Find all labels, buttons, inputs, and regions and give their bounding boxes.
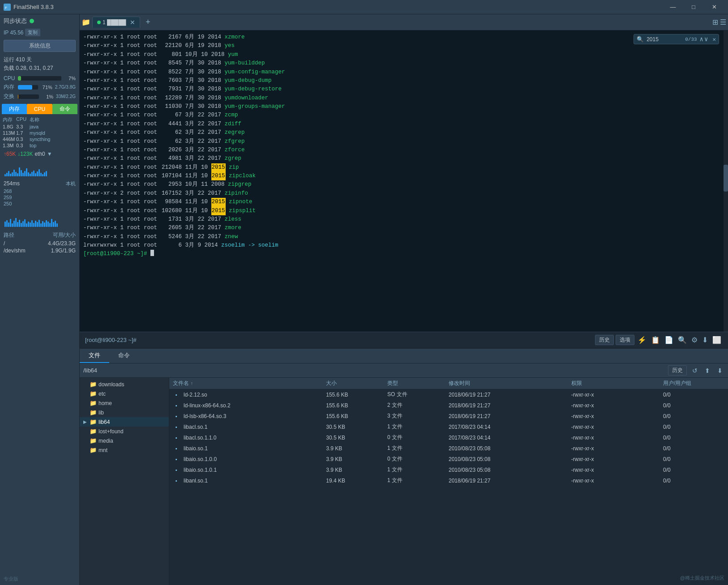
file-name: libaio.so.1.0.1 — [184, 467, 217, 473]
load-row: 负载 0.28, 0.31, 0.27 — [4, 64, 76, 73]
file-name-cell: ▪ libacl.so.1.1.0 — [173, 434, 326, 441]
table-row: -rwxr-xr-x 1 root root 102680 11月 10 201… — [83, 207, 724, 215]
file-row[interactable]: ▪ ld-2.12.so 155.6 KB SO 文件 2018/06/19 2… — [169, 389, 728, 400]
tree-item-downloads[interactable]: 📁downloads — [80, 380, 169, 389]
process-list: 内存 CPU 名称 1.8G 3.3 java 113M 1.7 mysqld … — [0, 115, 79, 149]
ping-bar — [4, 222, 6, 227]
tab-mem-button[interactable]: 内存 — [2, 104, 27, 114]
paste-icon[interactable]: 📄 — [663, 335, 675, 345]
tree-item-etc[interactable]: 📁etc — [80, 389, 169, 398]
file-row[interactable]: ▪ libacl.so.1.1.0 30.5 KB 0 文件 2017/08/2… — [169, 432, 728, 443]
table-row: -rwxr-xr-x 1 root root 7931 7月 30 2018 y… — [83, 85, 724, 94]
file-date: 2018/06/19 21:27 — [449, 478, 571, 484]
main-layout: 同步状态 IP 45.56 复制 系统信息 运行 410 天 负载 0.28, … — [0, 14, 728, 585]
file-name-cell: ▪ ld-linux-x86-64.so.2 — [173, 402, 326, 409]
settings-icon[interactable]: ⚙ — [690, 335, 699, 345]
search-prev-button[interactable]: ∧ — [700, 35, 703, 43]
col-date: 修改时间 — [449, 380, 571, 387]
file-type-icon: ▪ — [173, 445, 180, 452]
search-navigation: ∧ ∨ — [700, 35, 708, 43]
tree-item-lost+found[interactable]: 📁lost+found — [80, 427, 169, 436]
search-terminal-icon[interactable]: 🔍 — [677, 335, 688, 345]
new-tab-button[interactable]: + — [142, 16, 154, 29]
file-browser-tabs: 文件 命令 — [80, 349, 728, 363]
file-owner: 0/0 — [663, 413, 724, 419]
file-row[interactable]: ▪ ld-lsb-x86-64.so.3 155.6 KB 3 文件 2018/… — [169, 411, 728, 422]
net-bar — [33, 171, 34, 176]
tree-item-home[interactable]: 📁home — [80, 398, 169, 408]
tree-item-label: media — [98, 438, 113, 444]
tab-file[interactable]: 文件 — [80, 349, 109, 363]
file-tree: 📁downloads 📁etc 📁home 📁lib▶📁lib64 📁lost+… — [80, 378, 169, 585]
options-button[interactable]: 选项 — [616, 335, 634, 345]
tree-item-mnt[interactable]: 📁mnt — [80, 445, 169, 455]
file-history-button[interactable]: 历史 — [668, 365, 687, 376]
file-row[interactable]: ▪ libacl.so.1 30.5 KB 1 文件 2017/08/23 04… — [169, 422, 728, 432]
col-size: 大小 — [326, 380, 387, 387]
download-file-icon[interactable]: ⬇ — [715, 366, 724, 375]
uptime-row: 运行 410 天 — [4, 56, 76, 64]
file-row[interactable]: ▪ ld-linux-x86-64.so.2 155.6 KB 2 文件 201… — [169, 400, 728, 411]
mem-value: 71% — [40, 85, 52, 90]
process-tabs: 内存 CPU 命令 — [2, 104, 77, 114]
file-size: 155.6 KB — [326, 402, 387, 409]
tree-item-lib64[interactable]: ▶📁lib64 — [80, 417, 169, 427]
file-row[interactable]: ▪ libaio.so.1.0.0 3.9 KB 0 文件 2010/08/23… — [169, 454, 728, 465]
history-button[interactable]: 历史 — [595, 335, 614, 345]
search-close-button[interactable]: ✕ — [712, 36, 716, 43]
sysinfo-button[interactable]: 系统信息 — [4, 40, 76, 52]
copy-ip-button[interactable]: 复制 — [25, 29, 40, 36]
table-row: -rwxr-xr-x 1 root root 22120 6月 19 2018 … — [83, 42, 724, 50]
close-button[interactable]: ✕ — [704, 0, 724, 14]
disk-row-root: / 4.4G/23.3G — [4, 240, 76, 247]
file-type: 1 文件 — [387, 444, 449, 452]
copy-icon[interactable]: 📋 — [650, 335, 661, 345]
upload-icon[interactable]: ⬆ — [703, 366, 712, 375]
search-input[interactable] — [647, 36, 682, 43]
folder-icon: 📁 — [90, 400, 97, 406]
download-icon[interactable]: ⬇ — [701, 335, 709, 345]
sort-icon[interactable]: ↑ — [191, 381, 193, 386]
tab-cpu-button[interactable]: CPU — [27, 104, 52, 114]
content-area: 📁 1 █████ ✕ + ⊞ ☰ 🔍 0/33 ∧ ∨ — [80, 14, 728, 585]
search-count: 0/33 — [685, 37, 697, 42]
tree-item-media[interactable]: 📁media — [80, 436, 169, 445]
session-tab[interactable]: 1 █████ ✕ — [92, 17, 140, 28]
tab-cmd-button[interactable]: 命令 — [52, 104, 77, 114]
lightning-icon[interactable]: ⚡ — [636, 335, 648, 345]
net-dropdown-icon[interactable]: ▼ — [47, 151, 52, 157]
search-next-button[interactable]: ∨ — [704, 35, 708, 43]
terminal-area[interactable]: 🔍 0/33 ∧ ∨ ✕ -rwxr-xr-x 1 root root 2167… — [80, 30, 728, 332]
col-type: 类型 — [387, 380, 449, 387]
file-owner: 0/0 — [663, 392, 724, 398]
swap-detail: 33M/2.2G — [56, 94, 76, 99]
file-list-rows: ▪ ld-2.12.so 155.6 KB SO 文件 2018/06/19 2… — [169, 389, 728, 486]
tab-cmd[interactable]: 命令 — [109, 349, 139, 363]
file-name-cell: ▪ ld-lsb-x86-64.so.3 — [173, 413, 326, 420]
table-row: lrwxrwxrwx 1 root root 6 3月 9 2014 zsoel… — [83, 241, 724, 250]
tab-close-button[interactable]: ✕ — [130, 19, 135, 26]
file-owner: 0/0 — [663, 435, 724, 441]
svg-text:F: F — [5, 6, 7, 10]
file-row[interactable]: ▪ libaio.so.1 3.9 KB 1 文件 2010/08/23 05:… — [169, 443, 728, 454]
net-bar — [21, 170, 22, 176]
tree-item-lib[interactable]: 📁lib — [80, 408, 169, 417]
cmd-placeholder: [root@li900-223 ~]# — [85, 337, 591, 343]
maximize-button[interactable]: □ — [683, 0, 704, 14]
tree-item-label: mnt — [98, 447, 107, 453]
disk-path-header: 路径 — [4, 231, 14, 239]
minimize-button[interactable]: — — [663, 0, 683, 14]
list-view-icon[interactable]: ☰ — [720, 18, 726, 26]
file-type-icon: ▪ — [173, 413, 180, 420]
file-row[interactable]: ▪ libanl.so.1 19.4 KB 1 文件 2018/06/19 21… — [169, 475, 728, 486]
refresh-icon[interactable]: ↺ — [690, 366, 699, 375]
grid-view-icon[interactable]: ⊞ — [712, 18, 718, 26]
ping-bar — [12, 223, 13, 227]
ping-sublabel: 本机 — [66, 180, 76, 187]
file-row[interactable]: ▪ libaio.so.1.0.1 3.9 KB 1 文件 2010/08/23… — [169, 465, 728, 475]
fullscreen-icon[interactable]: ⬜ — [711, 335, 723, 345]
disk-avail-shm: 1.9G/1.9G — [51, 248, 76, 254]
net-bar — [13, 170, 15, 176]
terminal-scrollbar[interactable] — [724, 30, 728, 332]
net-bar — [26, 168, 27, 176]
